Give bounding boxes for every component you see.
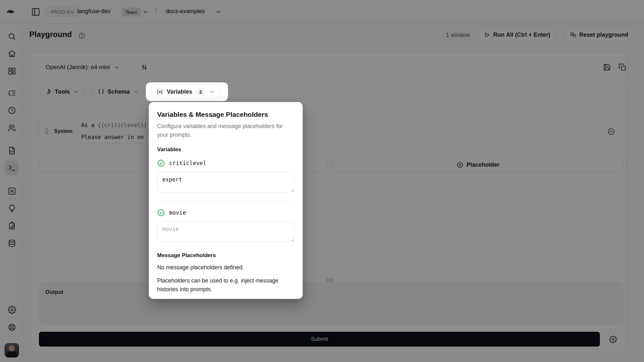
- variables-dropdown-button[interactable]: Variables 2: [151, 85, 220, 98]
- variable-entry-movie: movie: [157, 201, 294, 243]
- check-circle-icon: [157, 159, 165, 167]
- playground-page: PROD-EU langfuse-dev Team / docs-example…: [0, 0, 644, 362]
- variables-count-badge: 2: [196, 88, 205, 96]
- popover-description: Configure variables and message placehol…: [157, 122, 294, 139]
- variable-value-input[interactable]: expert: [157, 172, 294, 192]
- message-placeholders-heading: Message Placeholders: [157, 252, 294, 259]
- variables-label: Variables: [167, 88, 192, 95]
- variable-value-input[interactable]: [157, 221, 294, 242]
- variables-popover: Variables & Message Placeholders Configu…: [149, 102, 303, 299]
- modal-overlay[interactable]: [0, 0, 644, 362]
- variable-name: criticlevel: [169, 160, 206, 166]
- placeholders-empty-state: No message placeholders defined.: [157, 264, 294, 271]
- variable-name: movie: [169, 209, 186, 216]
- variable-icon: [156, 88, 163, 95]
- check-circle-icon: [157, 209, 165, 217]
- placeholders-hint: Placeholders can be used to e.g. inject …: [157, 276, 296, 294]
- popover-title: Variables & Message Placeholders: [157, 111, 294, 118]
- variables-section-heading: Variables: [157, 146, 294, 153]
- variable-entry-criticlevel: criticlevel expert: [157, 159, 294, 194]
